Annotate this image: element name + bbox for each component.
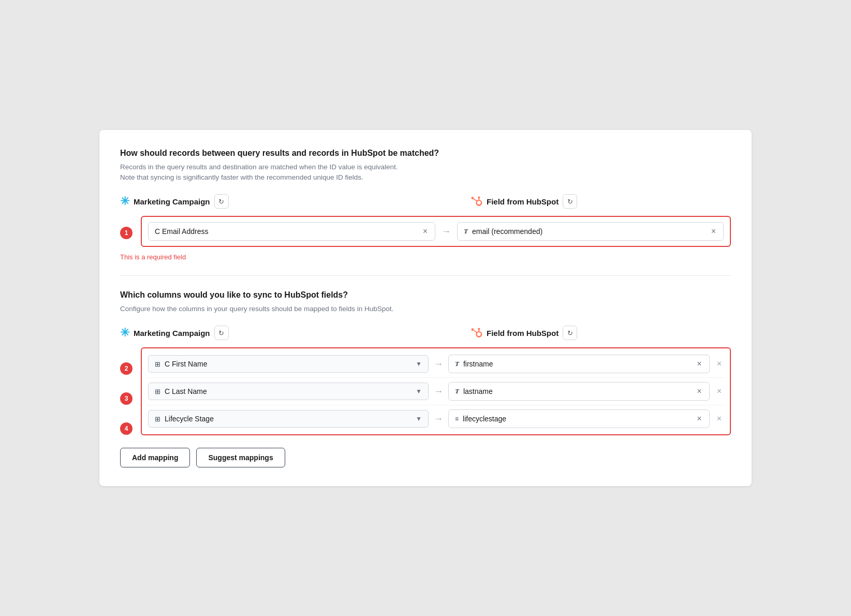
- mapping-delete-button-2[interactable]: ×: [715, 358, 724, 370]
- table-icon-4: ⊞: [155, 415, 160, 423]
- hubspot-icon-sync: [470, 327, 482, 339]
- mapping-row-3: ⊞ C Last Name ▼ → T lastname × ×: [146, 378, 726, 405]
- sync-title: Which columns would you like to sync to …: [120, 290, 731, 300]
- mapping-dest-field-2[interactable]: T firstname ×: [448, 355, 710, 373]
- sync-left-header-label: Marketing Campaign: [134, 329, 210, 338]
- mapping-dest-field-4[interactable]: ≡ lifecyclestage ×: [448, 409, 710, 428]
- table-icon-2: ⊞: [155, 360, 160, 368]
- mapping-dest-field-3[interactable]: T lastname ×: [448, 382, 710, 401]
- mapping-group-border: ⊞ C First Name ▼ → T firstname × × ⊞: [141, 347, 731, 435]
- match-arrow-icon: →: [442, 226, 451, 237]
- match-columns-header: ✳ Marketing Campaign ↻ Field from HubSpo…: [120, 194, 731, 209]
- match-section: How should records between query results…: [120, 149, 731, 261]
- required-field-text: This is a required field: [120, 253, 731, 261]
- match-source-value: C Email Address: [155, 227, 418, 236]
- match-title: How should records between query results…: [120, 149, 731, 158]
- table-icon-3: ⊞: [155, 388, 160, 395]
- match-left-refresh-button[interactable]: ↻: [214, 194, 229, 209]
- snowflake-icon-sync: ✳: [120, 326, 129, 340]
- match-left-header-group: ✳ Marketing Campaign ↻: [120, 194, 420, 209]
- chevron-down-icon-2: ▼: [416, 360, 422, 368]
- mapping-dest-label-4: lifecyclestage: [463, 415, 692, 423]
- match-right-header-group: Field from HubSpot ↻: [470, 194, 731, 209]
- match-row-container: 1 C Email Address × → T email (recommend…: [120, 216, 731, 250]
- mapping-row-number-2: 2: [120, 362, 133, 375]
- mapping-arrow-icon-3: →: [434, 386, 443, 397]
- mapping-source-dropdown-4[interactable]: ⊞ Lifecycle Stage ▼: [148, 410, 429, 428]
- match-right-header-label: Field from HubSpot: [487, 197, 559, 206]
- match-source-input[interactable]: C Email Address ×: [148, 222, 435, 241]
- match-dest-type-icon: T: [464, 227, 468, 236]
- mapping-delete-button-4[interactable]: ×: [715, 413, 724, 424]
- sync-subtitle: Configure how the columns in your query …: [120, 304, 731, 314]
- mapping-delete-button-3[interactable]: ×: [715, 386, 724, 397]
- mapping-row-2: ⊞ C First Name ▼ → T firstname × ×: [146, 350, 726, 378]
- mapping-dest-label-2: firstname: [463, 360, 692, 368]
- sync-right-header-group: Field from HubSpot ↻: [470, 326, 731, 340]
- match-dest-input[interactable]: T email (recommended) ×: [457, 222, 724, 241]
- mapping-dest-type-icon-4: ≡: [455, 415, 459, 422]
- mapping-source-dropdown-2[interactable]: ⊞ C First Name ▼: [148, 355, 429, 373]
- mapping-dest-clear-3[interactable]: ×: [696, 387, 702, 396]
- mapping-arrow-icon-2: →: [434, 359, 443, 370]
- match-left-header-label: Marketing Campaign: [134, 197, 210, 206]
- mapping-dest-label-3: lastname: [463, 387, 692, 395]
- mapping-dest-clear-2[interactable]: ×: [696, 359, 702, 369]
- chevron-down-icon-3: ▼: [416, 388, 422, 395]
- mapping-source-dropdown-3[interactable]: ⊞ C Last Name ▼: [148, 383, 429, 400]
- sync-left-refresh-button[interactable]: ↻: [214, 326, 229, 340]
- mapping-rows-container: 2 3 4 ⊞ C First Name ▼ →: [120, 347, 731, 446]
- hubspot-icon-match: [470, 195, 482, 208]
- sync-right-header-label: Field from HubSpot: [487, 329, 559, 338]
- mapping-row-4: ⊞ Lifecycle Stage ▼ → ≡ lifecyclestage ×…: [146, 405, 726, 432]
- sync-left-header-group: ✳ Marketing Campaign ↻: [120, 326, 420, 340]
- mapping-arrow-icon-4: →: [434, 414, 443, 424]
- mapping-dest-clear-4[interactable]: ×: [696, 414, 702, 423]
- mapping-dest-type-icon-3: T: [455, 387, 459, 395]
- action-buttons-row: Add mapping Suggest mappings: [120, 448, 731, 467]
- match-subtitle: Records in the query results and destina…: [120, 162, 731, 183]
- match-source-clear-button[interactable]: ×: [422, 227, 429, 236]
- add-mapping-button[interactable]: Add mapping: [120, 448, 190, 467]
- match-row-border: C Email Address × → T email (recommended…: [141, 216, 731, 247]
- main-card: How should records between query results…: [99, 130, 752, 487]
- mapping-source-label-4: Lifecycle Stage: [165, 415, 412, 423]
- mapping-dest-type-icon-2: T: [455, 360, 459, 368]
- chevron-down-icon-4: ▼: [416, 415, 422, 422]
- match-dest-clear-button[interactable]: ×: [710, 227, 717, 236]
- mapping-row-number-3: 3: [120, 392, 133, 405]
- sync-columns-header: ✳ Marketing Campaign ↻ Field from HubSpo…: [120, 326, 731, 340]
- snowflake-icon-match: ✳: [120, 195, 129, 208]
- sync-right-refresh-button[interactable]: ↻: [563, 326, 577, 340]
- sync-section: Which columns would you like to sync to …: [120, 290, 731, 467]
- mapping-row-number-4: 4: [120, 422, 133, 435]
- mapping-source-label-3: C Last Name: [165, 387, 412, 395]
- mapping-source-label-2: C First Name: [165, 360, 412, 368]
- match-row-number: 1: [120, 227, 133, 239]
- row-numbers-col: 2 3 4: [120, 347, 136, 444]
- section-divider: [120, 275, 731, 276]
- suggest-mappings-button[interactable]: Suggest mappings: [196, 448, 285, 467]
- match-dest-value: email (recommended): [472, 227, 706, 236]
- match-right-refresh-button[interactable]: ↻: [563, 194, 577, 209]
